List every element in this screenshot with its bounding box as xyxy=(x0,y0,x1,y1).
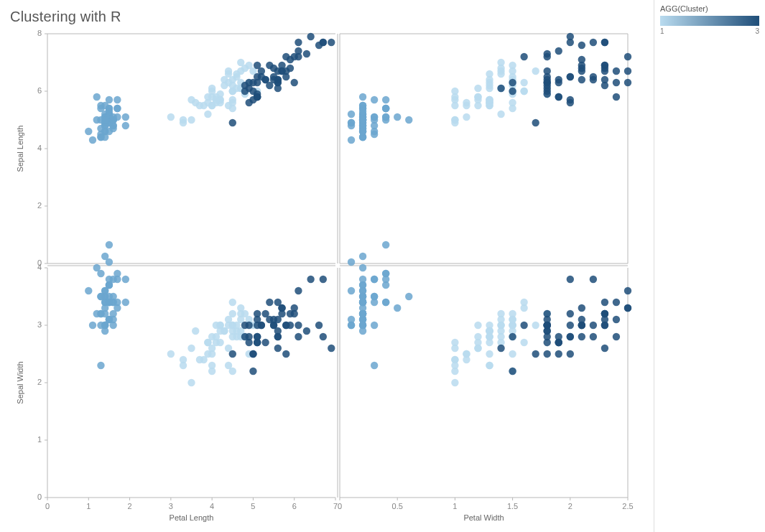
data-point[interactable] xyxy=(208,85,215,92)
data-point[interactable] xyxy=(371,122,378,129)
data-point[interactable] xyxy=(246,99,253,106)
data-point[interactable] xyxy=(233,85,240,92)
data-point[interactable] xyxy=(394,304,401,312)
data-point[interactable] xyxy=(328,345,335,352)
data-point[interactable] xyxy=(254,322,261,329)
data-point[interactable] xyxy=(567,73,574,80)
data-point[interactable] xyxy=(601,67,608,75)
data-point[interactable] xyxy=(266,62,273,69)
data-point[interactable] xyxy=(221,82,228,89)
data-point[interactable] xyxy=(382,299,389,306)
data-point[interactable] xyxy=(282,322,289,329)
data-point[interactable] xyxy=(287,65,294,72)
data-point[interactable] xyxy=(241,333,249,340)
data-point[interactable] xyxy=(93,93,101,101)
data-point[interactable] xyxy=(509,316,516,323)
data-point[interactable] xyxy=(497,333,504,340)
data-point[interactable] xyxy=(567,333,574,340)
data-point[interactable] xyxy=(613,67,620,75)
data-point[interactable] xyxy=(371,276,378,283)
data-point[interactable] xyxy=(497,111,504,118)
data-point[interactable] xyxy=(187,345,195,352)
data-point[interactable] xyxy=(348,111,355,118)
data-point[interactable] xyxy=(113,96,121,103)
data-point[interactable] xyxy=(348,287,355,294)
data-point[interactable] xyxy=(613,93,620,101)
data-point[interactable] xyxy=(359,264,366,271)
data-point[interactable] xyxy=(89,136,96,144)
data-point[interactable] xyxy=(303,327,310,335)
data-point[interactable] xyxy=(497,85,504,92)
data-point[interactable] xyxy=(225,102,232,109)
data-point[interactable] xyxy=(295,287,302,294)
data-point[interactable] xyxy=(97,362,104,369)
data-point[interactable] xyxy=(348,258,355,266)
data-point[interactable] xyxy=(371,131,378,138)
data-point[interactable] xyxy=(624,287,631,294)
data-point[interactable] xyxy=(532,119,539,126)
data-point[interactable] xyxy=(229,350,236,358)
data-point[interactable] xyxy=(359,253,366,260)
data-point[interactable] xyxy=(382,113,389,121)
data-point[interactable] xyxy=(122,113,129,121)
data-point[interactable] xyxy=(359,93,366,101)
data-point[interactable] xyxy=(371,362,378,369)
data-point[interactable] xyxy=(221,327,228,335)
data-point[interactable] xyxy=(578,76,585,83)
data-point[interactable] xyxy=(601,345,608,352)
data-point[interactable] xyxy=(101,322,108,329)
data-point[interactable] xyxy=(590,276,597,283)
data-point[interactable] xyxy=(544,333,551,340)
data-point[interactable] xyxy=(229,299,236,306)
data-point[interactable] xyxy=(225,70,232,78)
data-point[interactable] xyxy=(295,322,302,329)
data-point[interactable] xyxy=(266,299,273,306)
data-point[interactable] xyxy=(590,39,597,46)
data-point[interactable] xyxy=(567,99,574,106)
data-point[interactable] xyxy=(405,116,412,123)
data-point[interactable] xyxy=(497,322,504,329)
data-point[interactable] xyxy=(520,299,527,306)
data-point[interactable] xyxy=(348,136,355,144)
data-point[interactable] xyxy=(624,53,631,60)
data-point[interactable] xyxy=(532,322,539,329)
data-point[interactable] xyxy=(208,345,215,352)
data-point[interactable] xyxy=(486,350,493,358)
data-point[interactable] xyxy=(204,111,211,118)
data-point[interactable] xyxy=(180,116,187,123)
data-point[interactable] xyxy=(520,53,527,60)
data-point[interactable] xyxy=(567,276,574,283)
data-point[interactable] xyxy=(320,39,327,46)
data-point[interactable] xyxy=(509,105,516,112)
data-point[interactable] xyxy=(601,82,608,89)
data-point[interactable] xyxy=(451,362,458,369)
chart-area[interactable]: 02468Sepal Length01234567Petal Length012… xyxy=(10,29,644,526)
data-point[interactable] xyxy=(89,322,96,329)
data-point[interactable] xyxy=(601,310,608,317)
data-point[interactable] xyxy=(613,333,620,340)
data-point[interactable] xyxy=(196,356,203,363)
data-point[interactable] xyxy=(213,333,220,340)
data-point[interactable] xyxy=(101,116,108,123)
data-point[interactable] xyxy=(225,362,232,369)
data-point[interactable] xyxy=(249,79,256,86)
data-point[interactable] xyxy=(601,322,608,329)
data-point[interactable] xyxy=(463,113,470,121)
data-point[interactable] xyxy=(544,76,551,83)
data-point[interactable] xyxy=(328,39,335,46)
data-point[interactable] xyxy=(555,93,562,101)
data-point[interactable] xyxy=(405,293,412,300)
data-point[interactable] xyxy=(266,82,273,89)
data-point[interactable] xyxy=(359,128,366,135)
data-point[interactable] xyxy=(254,90,261,98)
data-point[interactable] xyxy=(474,322,481,329)
data-point[interactable] xyxy=(303,50,310,57)
data-point[interactable] xyxy=(101,304,108,312)
data-point[interactable] xyxy=(122,299,129,306)
data-point[interactable] xyxy=(382,96,389,103)
data-point[interactable] xyxy=(578,62,585,69)
data-point[interactable] xyxy=(359,322,366,329)
data-point[interactable] xyxy=(509,88,516,95)
data-point[interactable] xyxy=(371,293,378,300)
data-point[interactable] xyxy=(320,333,327,340)
